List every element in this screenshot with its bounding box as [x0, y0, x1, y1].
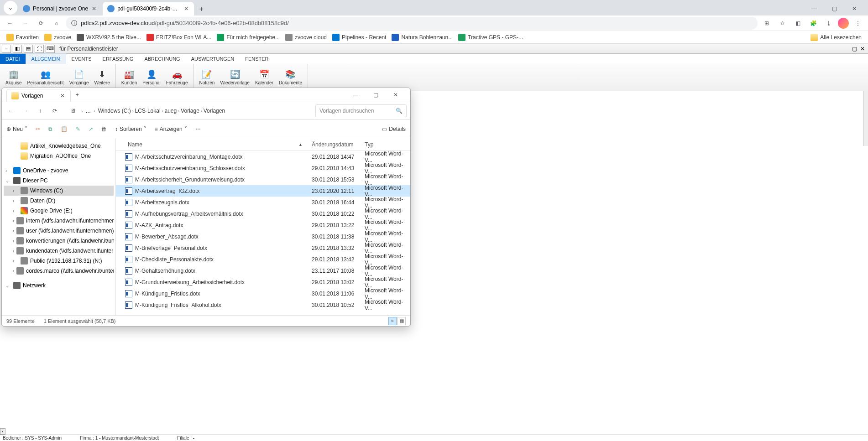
ribbon-item[interactable]: ⬇Weitere — [91, 65, 112, 89]
ribbon-item[interactable]: 📝Notizen — [197, 65, 218, 89]
explorer-back-button[interactable]: ← — [5, 105, 16, 116]
tree-item[interactable]: ⌄Dieser PC — [4, 176, 114, 186]
breadcrumb-segment[interactable]: Vorlagen — [204, 108, 225, 114]
chevron-icon[interactable]: › — [13, 198, 18, 203]
explorer-tab-close-icon[interactable]: ✕ — [59, 93, 66, 99]
browser-tab[interactable]: Personal | zvoove One✕ — [18, 2, 102, 16]
bookmark-item[interactable]: WXRV/92.5 the Rive... — [74, 32, 144, 42]
copy-button[interactable]: ⧉ — [48, 126, 52, 132]
tab-close-icon[interactable]: ✕ — [183, 5, 189, 12]
chevron-icon[interactable]: › — [13, 228, 14, 233]
view-icons-toggle[interactable]: ▦ — [397, 317, 406, 325]
file-row[interactable]: M-Kündigung_Fristlos.dotx30.01.2018 11:0… — [116, 288, 410, 299]
new-button[interactable]: ⊕ Neu ˅ — [6, 126, 27, 132]
breadcrumb[interactable]: 🖥 › … › Windows (C:) › LCS-Lokal › aueg … — [64, 104, 312, 117]
explorer-search-input[interactable]: Vorlagen durchsuchen 🔍 — [315, 104, 407, 117]
column-date[interactable]: Änderungsdatum — [312, 141, 365, 148]
tab-close-icon[interactable]: ✕ — [91, 5, 97, 12]
column-type[interactable]: Typ — [365, 141, 410, 148]
share-button[interactable]: ↗ — [89, 126, 93, 132]
tree-item[interactable]: ›intern (\\dfs.landwehr.it\unternehmen) … — [4, 216, 114, 226]
ribbon-item[interactable]: 📅Kalender — [252, 65, 276, 89]
tree-item[interactable]: Artikel_Knowledgebase_One — [4, 141, 114, 151]
bookmark-item[interactable]: Für mich freigegebe... — [214, 32, 282, 42]
chevron-icon[interactable]: › — [13, 249, 14, 254]
ribbon-item[interactable]: 👤Personal — [140, 65, 163, 89]
site-info-icon[interactable]: ⓘ — [71, 19, 77, 27]
file-row[interactable]: M-Grundunterweisung_Arbeitssicherheit.do… — [116, 276, 410, 288]
details-button[interactable]: ▭ Details — [382, 126, 406, 132]
ribbon-item[interactable]: 👥Personalübersicht — [25, 65, 67, 89]
app-maximize-icon[interactable]: ▢ — [851, 45, 858, 52]
recent-tabs-button[interactable]: ⌄ — [4, 1, 17, 15]
tree-item[interactable]: ›cordes.marco (\\dfs.landwehr.it\unterne… — [4, 266, 114, 276]
file-row[interactable]: M-Checkliste_Personalakte.dotx29.01.2018… — [116, 254, 410, 265]
ribbon-item[interactable]: 🚗Fahrzeuge — [163, 65, 191, 89]
extensions-puzzle-icon[interactable]: 🧩 — [807, 17, 820, 30]
bookmark-item[interactable]: FRITZ!Box Fon WLA... — [144, 32, 214, 42]
menu-dots-icon[interactable]: ⋮ — [852, 17, 864, 30]
ribbon-tab[interactable]: AUSWERTUNGEN — [186, 54, 240, 64]
file-row[interactable]: M-Arbeitszeugnis.dotx30.01.2018 16:44Mic… — [116, 197, 410, 208]
ribbon-item[interactable]: 📚Dokumente — [276, 65, 305, 89]
explorer-tab[interactable]: Vorlagen ✕ — [6, 89, 71, 102]
file-row[interactable]: M-Aufhebungsvertrag_Arbeitsverhältnis.do… — [116, 208, 410, 219]
breadcrumb-ellipsis[interactable]: … — [85, 108, 91, 114]
breadcrumb-segment[interactable]: Windows (C:) — [98, 108, 131, 114]
bookmark-item[interactable]: Natura Bohlenzaun... — [389, 32, 455, 42]
ribbon-item[interactable]: 🔄Wiedervorlage — [217, 65, 252, 89]
bookmark-item[interactable]: zvoove — [42, 32, 74, 42]
all-bookmarks-button[interactable]: Alle Lesezeichen — [808, 32, 864, 42]
file-row[interactable]: M-AZK_Antrag.dotx29.01.2018 13:22Microso… — [116, 219, 410, 231]
bookmark-item[interactable]: Tractive GPS - GPS-... — [455, 32, 526, 42]
new-tab-button[interactable]: + — [195, 3, 208, 16]
column-name[interactable]: Name ▲ — [116, 141, 312, 148]
install-app-icon[interactable]: ⊞ — [760, 17, 773, 30]
ribbon-tab[interactable]: EVENTS — [66, 54, 97, 64]
rename-button[interactable]: ✎ — [76, 126, 80, 132]
home-button[interactable]: ⌂ — [50, 17, 63, 30]
close-button[interactable]: ✕ — [844, 2, 864, 16]
explorer-minimize-button[interactable]: — — [345, 88, 366, 102]
chevron-icon[interactable]: › — [13, 269, 14, 274]
forward-button[interactable]: → — [19, 17, 32, 30]
ribbon-tab[interactable]: ABRECHNUNG — [139, 54, 185, 64]
more-button[interactable]: ⋯ — [195, 126, 201, 132]
file-row[interactable]: M-Bewerber_Absage.dotx30.01.2018 11:38Mi… — [116, 231, 410, 242]
tree-item[interactable]: ›konvertierungen (\\dfs.landwehr.it\unte… — [4, 236, 114, 246]
profile-avatar[interactable] — [838, 18, 849, 29]
toolbar-keyboard-icon[interactable]: ⌨ — [46, 45, 55, 53]
tree-item[interactable]: ›Google Drive (E:) — [4, 206, 114, 216]
bookmark-item[interactable]: zvoove cloud — [282, 32, 329, 42]
ribbon-item[interactable]: 📄Vorgänge — [67, 65, 92, 89]
browser-tab[interactable]: pdl-gui503400f9-2c4b-4e06-e0...✕ — [103, 2, 194, 16]
list-rows[interactable]: M-Arbeitsschutzvereinbarung_Montage.dotx… — [116, 151, 410, 315]
cut-button[interactable]: ✂ — [36, 126, 40, 132]
chevron-icon[interactable]: ⌄ — [5, 178, 11, 183]
chevron-icon[interactable]: › — [13, 239, 14, 244]
url-input[interactable]: ⓘ pdlcs2.pdl.zvoove-dev.cloud/pdl-gui/50… — [66, 17, 758, 30]
explorer-close-button[interactable]: ✕ — [386, 88, 406, 102]
tree-item[interactable]: ›OneDrive - zvoove — [4, 166, 114, 176]
bookmark-item[interactable]: Pipelines - Recent — [329, 32, 389, 42]
toolbar-layout1-icon[interactable]: ◧ — [13, 45, 22, 53]
file-row[interactable]: M-Arbeitsschutzvereinbarung_Schlosser.do… — [116, 162, 410, 174]
tree-item[interactable]: ›Daten (D:) — [4, 196, 114, 206]
tree-item[interactable]: ⌄Netzwerk — [4, 280, 114, 291]
explorer-refresh-button[interactable]: ⟳ — [49, 105, 60, 116]
breadcrumb-pc-icon[interactable]: 🖥 — [68, 105, 78, 116]
explorer-up-button[interactable]: ↑ — [35, 105, 46, 116]
ribbon-tab[interactable]: ERFASSUNG — [97, 54, 139, 64]
tree-item[interactable]: Migration_AÜOffice_One — [4, 151, 114, 161]
file-row[interactable]: M-Arbeitssicherheit_Grundunterweisung.do… — [116, 174, 410, 185]
explorer-tree[interactable]: Artikel_Knowledgebase_OneMigration_AÜOff… — [2, 138, 116, 315]
tree-item[interactable]: ›Public (\\192.168.178.31) (N:) — [4, 256, 114, 266]
ribbon-item[interactable]: 🏭Kunden — [119, 65, 140, 89]
breadcrumb-segment[interactable]: LCS-Lokal — [135, 108, 161, 114]
file-row[interactable]: M-Gehaltserhöhung.dotx23.11.2017 10:08Mi… — [116, 265, 410, 276]
toolbar-menu-icon[interactable]: ≡ — [2, 45, 11, 53]
maximize-button[interactable]: ▢ — [824, 2, 844, 16]
bookmark-star-icon[interactable]: ☆ — [776, 17, 789, 30]
paste-button[interactable]: 📋 — [61, 126, 68, 132]
reload-button[interactable]: ⟳ — [35, 17, 47, 30]
